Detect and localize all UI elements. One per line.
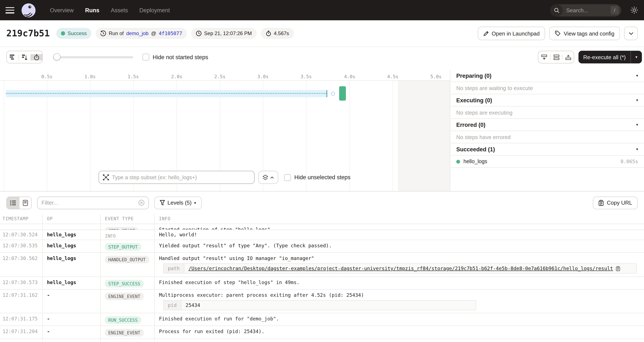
header-more-actions-button[interactable] [624,27,638,40]
metadata-entry: pid 25434 [163,300,476,310]
caret-down-icon[interactable]: ▾ [636,74,638,78]
tag-icon [555,30,561,36]
hamburger-menu-icon[interactable] [6,7,14,13]
global-search[interactable]: / [550,4,621,16]
hide-not-started-checkbox[interactable]: Hide not started steps [142,54,208,60]
caret-down-icon[interactable]: ▾ [636,98,638,102]
errored-empty-state: No steps have errored [450,131,644,143]
col-info: INFO [154,214,644,224]
log-toolbar: Levels (5) ▾ Copy URL [0,192,644,214]
waterfall-gantt-icon [22,54,28,60]
expand-up-icon [565,54,571,60]
slider-track[interactable] [53,56,133,58]
log-list-view-button[interactable] [7,197,19,208]
search-shortcut-key: / [610,6,619,14]
slider-thumb[interactable] [53,53,60,60]
nav-item-runs[interactable]: Runs [85,7,100,13]
nav-item-deployment[interactable]: Deployment [139,7,170,13]
commit-link[interactable]: 4f105077 [159,30,182,36]
dagster-logo[interactable] [22,3,36,17]
list-view-icon [10,200,16,205]
chevron-down-icon [628,32,633,35]
panel-layout-group [538,51,574,64]
flat-gantt-icon [10,54,16,60]
copy-path-icon[interactable] [616,266,620,271]
clear-filter-icon[interactable] [138,200,144,206]
view-tags-config-button[interactable]: View tags and config [550,27,620,40]
nav-item-overview[interactable]: Overview [50,7,74,13]
expand-up-button[interactable] [562,54,574,60]
nav-item-assets[interactable]: Assets [111,7,128,13]
event-type-badge: STEP_SUCCESS [105,280,144,288]
dagster-run-page: Overview Runs Assets Deployment / 219c7b… [0,0,644,342]
metadata-entry: path /Users/erincochran/Desktop/dagster-… [163,263,637,274]
log-view-mode-group [6,196,32,209]
nav-items: Overview Runs Assets Deployment [50,7,170,13]
split-view-button[interactable] [550,54,562,60]
layers-icon [262,174,268,180]
step-waiting-bar [6,90,327,97]
section-executing[interactable]: Executing (0) ▾ [450,94,644,106]
checkbox-icon[interactable] [142,54,149,60]
caret-down-icon[interactable]: ▾ [636,147,638,151]
step-bar-hello-logs[interactable] [339,86,346,100]
status-dot-icon [61,31,65,36]
funnel-icon [160,200,165,206]
job-link[interactable]: demo_job [126,30,148,36]
split-view-icon [553,54,559,60]
col-event-type: EVENT TYPE [100,214,154,224]
hide-unselected-checkbox[interactable]: Hide unselected steps [284,174,350,181]
caret-down-icon[interactable]: ▾ [636,122,638,127]
event-type-badge: STEP_START [105,227,138,230]
log-row[interactable]: STEP_START Started execution of step "he… [0,224,644,230]
event-type-badge: ENGINE_EVENT [105,292,144,300]
collapse-down-button[interactable] [538,54,550,60]
event-type-badge: HANDLED_OUTPUT [105,256,149,263]
section-errored[interactable]: Errored (0) ▾ [450,119,644,131]
search-input[interactable] [563,7,602,13]
view-flat-button[interactable] [7,54,18,60]
open-in-launchpad-button[interactable]: Open in Launchpad [478,27,545,40]
log-row[interactable]: 12:07:31.175 - RUN_SUCCESS Finished exec… [0,313,644,326]
re-execute-caret-icon[interactable]: ▾ [631,55,642,59]
run-logs-section: Levels (5) ▾ Copy URL TIMESTAMP OP EVENT… [0,191,644,342]
succeeded-step-row[interactable]: hello_logs 0.065s [450,156,644,168]
section-preparing[interactable]: Preparing (0) ▾ [450,70,644,82]
status-badge: Success [56,28,92,39]
log-structured-view-button[interactable] [19,197,31,208]
log-filter-input[interactable] [42,200,138,206]
run-id: 219c7b51 [6,28,50,38]
section-succeeded[interactable]: Succeeded (1) ▾ [450,143,644,156]
checkbox-icon[interactable] [284,174,291,181]
re-execute-all-button[interactable]: Re-execute all (*) ▾ [578,51,642,64]
gantt-chart[interactable]: Hide unselected steps [0,80,450,191]
log-filter-field[interactable] [37,196,149,209]
copy-url-button[interactable]: Copy URL [593,196,638,209]
history-icon [100,30,106,36]
view-waterfall-button[interactable] [18,54,30,60]
log-row[interactable]: 12:07:30.562 hello_logs HANDLED_OUTPUT H… [0,253,644,277]
view-timed-button[interactable] [30,54,42,60]
clock-icon [196,30,202,36]
stopwatch-view-icon [34,54,40,60]
search-icon [550,4,563,16]
executing-empty-state: No steps are executing [450,106,644,119]
zoom-slider[interactable] [53,51,133,64]
step-marker-dot [331,92,335,96]
output-path-link[interactable]: /Users/erincochran/Desktop/dagster-examp… [188,266,613,272]
log-table-header: TIMESTAMP OP EVENT TYPE INFO [0,214,644,224]
levels-filter-button[interactable]: Levels (5) ▾ [154,196,202,209]
log-row[interactable]: 12:07:30.524 hello_logs INFO Hello, worl… [0,230,644,240]
duration-tag: 4.567s [261,28,294,39]
start-time-tag: Sep 21, 12:07:26 PM [191,28,257,39]
log-row[interactable]: 12:07:31.204 - ENGINE_EVENT Process for … [0,326,644,339]
graph-query-toggle-button[interactable] [258,171,278,184]
settings-gear-icon[interactable] [630,6,638,14]
log-row[interactable]: 12:07:30.535 hello_logs STEP_OUTPUT Yiel… [0,240,644,253]
clipboard-icon [598,200,604,206]
log-row[interactable]: 12:07:31.162 - ENGINE_EVENT Multiprocess… [0,290,644,313]
step-subset-field[interactable] [98,171,254,184]
step-subset-input[interactable] [112,174,250,180]
caret-up-icon [270,176,274,178]
log-row[interactable]: 12:07:30.573 hello_logs STEP_SUCCESS Fin… [0,277,644,290]
